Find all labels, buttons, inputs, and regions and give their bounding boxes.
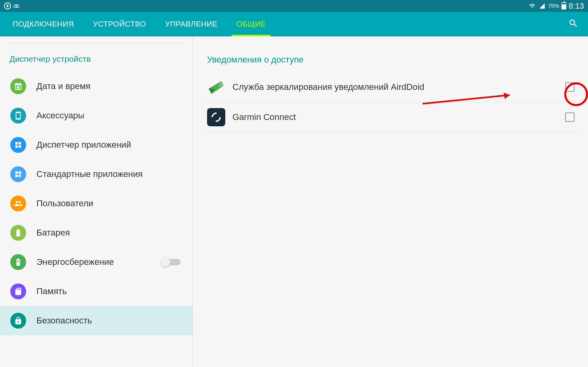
airdroid-checkbox[interactable] [565,82,575,92]
battery-leaf-icon [10,254,26,270]
airdroid-app-icon [207,78,225,96]
sidebar-item-datetime[interactable]: Дата и время [0,72,192,101]
signal-icon [539,3,546,9]
sidebar-section-title: Диспетчер устройств [0,43,192,72]
sidebar-item-label: Энергосбережение [36,257,151,267]
sidebar-item-label: Батарея [36,228,185,238]
search-icon [568,18,578,29]
sidebar-item-users[interactable]: Пользователи [0,189,192,218]
sidebar-item-label: Дата и время [36,81,185,91]
sidebar-item-label: Аксессуары [36,110,185,121]
tab-controls[interactable]: УПРАВЛЕНИЕ [156,12,227,36]
status-bar: as 75% 8:13 [0,0,588,12]
battery-icon [10,225,26,241]
tab-device[interactable]: УСТРОЙСТВО [84,12,156,36]
sidebar-item-label: Безопасность [36,316,185,326]
clock: 8:13 [569,2,584,11]
sidebar-item-battery[interactable]: Батарея [0,218,192,247]
battery-percent: 75% [548,3,559,9]
content-panel: Уведомления о доступе Служба зеркалирова… [193,36,588,367]
battery-icon [561,2,566,10]
sidebar-item-storage[interactable]: Память [0,277,192,306]
play-icon [4,2,11,10]
users-icon [10,196,26,211]
app-name-label: Служба зеркалирования уведомлений AirdDo… [232,82,558,92]
as-icon: as [13,2,19,10]
sidebar-item-label: Память [36,286,185,297]
sidebar-item-powersave[interactable]: Энергосбережение [0,247,192,277]
sidebar-item-security[interactable]: Безопасность [0,306,192,335]
sidebar: Диспетчер устройств Дата и время Аксессу… [0,36,193,367]
lock-icon [10,313,26,329]
tab-bar: ПОДКЛЮЧЕНИЯ УСТРОЙСТВО УПРАВЛЕНИЕ ОБЩИЕ [0,12,588,36]
search-button[interactable] [562,18,585,30]
apps-grid-icon [10,137,26,153]
garmin-checkbox[interactable] [565,112,575,122]
tablet-icon [10,108,26,124]
sdcard-icon [10,283,26,299]
powersave-toggle[interactable] [162,259,181,265]
app-row-garmin[interactable]: Garmin Connect [207,102,578,132]
status-left: as [4,2,19,10]
sidebar-item-accessories[interactable]: Аксессуары [0,101,192,130]
sidebar-item-defaultapps[interactable]: Стандартные приложения [0,160,192,189]
app-row-airdroid[interactable]: Служба зеркалирования уведомлений AirdDo… [207,72,578,102]
sidebar-item-appmanager[interactable]: Диспетчер приложений [0,130,192,160]
sidebar-item-label: Стандартные приложения [36,169,185,179]
tab-general[interactable]: ОБЩИЕ [227,12,275,36]
sidebar-item-label: Пользователи [36,198,185,209]
calendar-clock-icon [10,78,26,94]
wifi-icon [528,3,536,9]
sidebar-item-label: Диспетчер приложений [36,140,185,150]
garmin-app-icon [207,108,225,126]
tab-connections[interactable]: ПОДКЛЮЧЕНИЯ [3,12,84,36]
status-right: 75% 8:13 [528,2,584,11]
content-title: Уведомления о доступе [207,44,578,72]
apps-check-icon [10,166,26,182]
app-name-label: Garmin Connect [232,112,558,122]
